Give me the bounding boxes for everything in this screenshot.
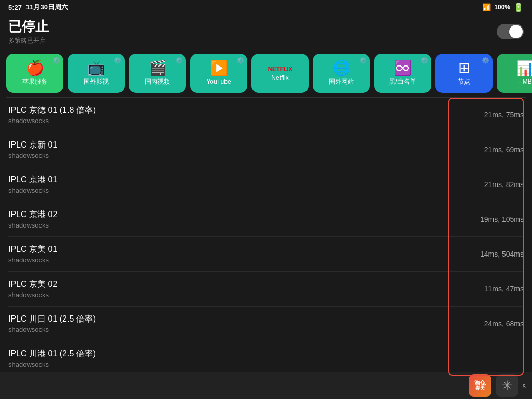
node-row[interactable]: IPLC 京港 01 shadowsocks 21ms, 82ms [8,167,524,202]
bottom-bar: 浩兔 春天 ✳ s [0,372,532,399]
node-row[interactable]: IPLC 京美 01 shadowsocks 14ms, 504ms [8,237,524,272]
node-type: shadowsocks [8,117,96,125]
node-type: shadowsocks [8,152,57,159]
tab-foreign-video-label: 国外影视 [84,77,109,86]
node-latency: 21ms, 82ms [461,180,524,189]
node-info: IPLC 京美 01 shadowsocks [8,244,57,264]
node-latency: 24ms, 68ms [461,320,524,328]
tab-gear-icon: ⚙️ [52,57,60,64]
tab-gear-icon-6: ⚙️ [420,57,428,64]
tab-apple-label: 苹果服务 [22,77,47,86]
status-left: 5:27 11月30日周六 [8,3,68,12]
node-type: shadowsocks [8,187,57,194]
node-latency: 21ms, 75ms [461,111,524,119]
tab-netflix-label: Netflix [271,74,288,82]
tab-foreign-web[interactable]: ⚙️ 🌐 国外网站 [313,54,370,93]
tab-foreign-web-label: 国外网站 [329,77,354,86]
node-name: IPLC 川港 01 (2.5 倍率) [8,349,96,360]
toggle-switch[interactable] [497,24,524,39]
status-bar: 5:27 11月30日周六 📶 100% 🔋 [0,0,532,15]
header-title-block: 已停止 多策略已开启 [8,18,49,45]
node-row[interactable]: IPLC 川港 01 (2.5 倍率) shadowsocks [8,341,524,376]
node-type: shadowsocks [8,291,57,299]
node-type: shadowsocks [8,361,96,368]
node-row[interactable]: IPLC 京德 01 (1.8 倍率) shadowsocks 21ms, 75… [8,98,524,132]
battery-level: 100% [494,4,510,11]
node-name: IPLC 京德 01 (1.8 倍率) [8,105,96,116]
status-right: 📶 100% 🔋 [482,3,524,12]
tab-gear-icon-5: ⚙️ [359,57,367,64]
node-info: IPLC 京新 01 shadowsocks [8,140,57,159]
node-name: IPLC 京新 01 [8,140,57,151]
tab-china-video[interactable]: ⚙️ 🎬 国内视频 [129,54,186,93]
node-type: shadowsocks [8,256,57,264]
tab-gear-icon-4: ⚙️ [236,57,244,64]
tab-nodes[interactable]: ⚙️ ⊞ 节点 [435,54,493,93]
node-info: IPLC 京德 01 (1.8 倍率) shadowsocks [8,105,96,125]
tab-gear-icon-3: ⚙️ [175,57,183,64]
tab-china-video-icon: 🎬 [149,61,167,75]
tab-youtube-icon: ▶️ [210,61,228,76]
node-row[interactable]: IPLC 京新 01 shadowsocks 21ms, 69ms [8,132,524,167]
battery-icon: 🔋 [513,3,524,12]
tab-youtube[interactable]: ⚙️ ▶️ YouTube [190,54,247,93]
tab-foreign-video[interactable]: ⚙️ 📺 国外影视 [68,54,125,93]
tab-blackwhite-icon: ♾️ [394,61,412,75]
tab-nodes-icon: ⊞ [458,61,470,75]
tab-youtube-label: YouTube [206,78,231,85]
tab-blackwhite[interactable]: ⚙️ ♾️ 黑/白名单 [374,54,431,93]
node-info: IPLC 川港 01 (2.5 倍率) shadowsocks [8,349,96,368]
node-name: IPLC 京港 01 [8,175,57,185]
node-name: IPLC 川日 01 (2.5 倍率) [8,314,96,325]
node-name: IPLC 京港 02 [8,209,57,220]
tab-foreign-web-icon: 🌐 [332,61,351,75]
tab-foreign-video-icon: 📺 [87,61,105,75]
page-title: 已停止 [8,18,49,36]
node-name: IPLC 京美 01 [8,244,57,255]
node-latency: 21ms, 69ms [461,145,524,154]
nodes-container: IPLC 京德 01 (1.8 倍率) shadowsocks 21ms, 75… [8,98,524,376]
node-name: IPLC 京美 02 [8,279,57,290]
node-row[interactable]: IPLC 京港 02 shadowsocks 19ms, 105ms [8,202,524,237]
tab-speed-icon: 📊 [516,61,533,76]
tab-apple-icon: 🍎 [26,61,44,75]
node-latency: 11ms, 47ms [461,285,524,293]
tab-speed[interactable]: 📊 - MB [497,54,532,93]
tab-bar: ⚙️ 🍎 苹果服务 ⚙️ 📺 国外影视 ⚙️ 🎬 国内视频 ⚙️ ▶️ YouT… [0,49,532,97]
tab-netflix[interactable]: NETFLIX Netflix [251,54,309,93]
header-subtitle: 多策略已开启 [8,36,49,45]
tab-speed-label: - MB [518,78,531,85]
node-info: IPLC 川日 01 (2.5 倍率) shadowsocks [8,314,96,334]
tab-blackwhite-label: 黑/白名单 [389,77,416,86]
node-latency: 19ms, 105ms [461,215,524,223]
tab-netflix-icon: NETFLIX [268,65,292,72]
toggle-knob [509,25,523,38]
fan-icon[interactable]: ✳ [496,374,518,397]
node-info: IPLC 京美 02 shadowsocks [8,279,57,299]
time: 5:27 [8,4,22,11]
node-info: IPLC 京港 01 shadowsocks [8,175,57,194]
node-row[interactable]: IPLC 川日 01 (2.5 倍率) shadowsocks 24ms, 68… [8,307,524,341]
node-latency: 14ms, 504ms [461,250,524,258]
node-row[interactable]: IPLC 京美 02 shadowsocks 11ms, 47ms [8,272,524,307]
node-list: IPLC 京德 01 (1.8 倍率) shadowsocks 21ms, 75… [0,98,532,399]
wifi-icon: 📶 [482,3,491,11]
header: 已停止 多策略已开启 [0,15,532,49]
node-type: shadowsocks [8,326,96,334]
node-type: shadowsocks [8,221,57,229]
brand-text-line2: 春天 [475,386,485,391]
tab-apple-service[interactable]: ⚙️ 🍎 苹果服务 [6,54,63,93]
tab-gear-icon-7: ⚙️ [482,57,489,64]
tab-gear-icon-2: ⚙️ [114,57,122,64]
date: 11月30日周六 [26,3,68,12]
tab-china-video-label: 国内视频 [145,77,170,86]
speed-indicator: s [523,382,526,390]
brand-icon: 浩兔 春天 [469,374,491,397]
app-container: 5:27 11月30日周六 📶 100% 🔋 已停止 多策略已开启 ⚙️ 🍎 苹… [0,0,532,399]
node-info: IPLC 京港 02 shadowsocks [8,209,57,229]
tab-nodes-label: 节点 [458,77,470,86]
